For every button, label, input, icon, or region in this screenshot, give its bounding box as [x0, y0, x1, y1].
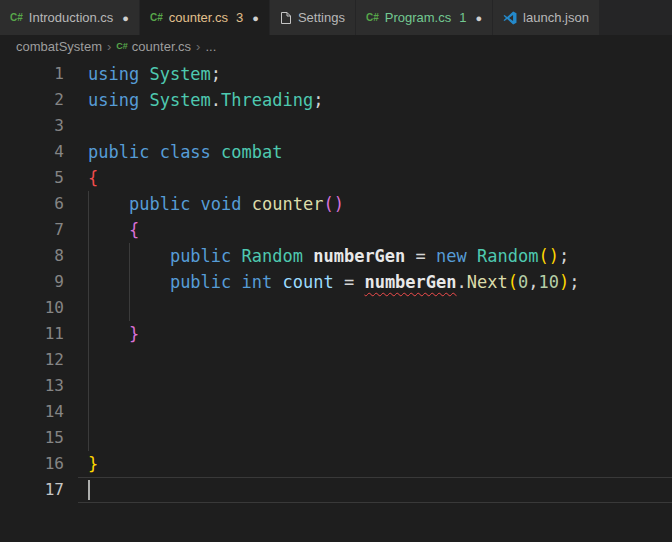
breadcrumb-item[interactable]: C#counter.cs [116, 39, 191, 54]
code-line[interactable]: 15 [0, 425, 672, 451]
chevron-right-icon: › [105, 39, 113, 54]
code-line-text[interactable]: public int count = numberGen.Next(0,10); [78, 269, 672, 295]
problems-badge: 3 [236, 10, 243, 25]
code-line-text[interactable]: } [78, 451, 672, 477]
code-line[interactable]: 8 public Random numberGen = new Random()… [0, 243, 672, 269]
tab-program.cs[interactable]: C#Program.cs1● [356, 0, 493, 35]
code-line-text[interactable]: public class combat [78, 139, 672, 165]
modified-dot-icon[interactable]: ● [122, 12, 129, 24]
tab-launch.json[interactable]: launch.json [493, 0, 600, 35]
code-line-text[interactable]: using System; [78, 61, 672, 87]
line-number[interactable]: 15 [0, 425, 64, 451]
token: using [88, 90, 149, 110]
code-line-text[interactable] [78, 295, 672, 321]
tab-counter.cs[interactable]: C#counter.cs3● [140, 0, 270, 35]
code-line-text[interactable]: using System.Threading; [78, 87, 672, 113]
code-line-text[interactable]: { [78, 217, 672, 243]
code-line[interactable]: 9 public int count = numberGen.Next(0,10… [0, 269, 672, 295]
token: public [170, 246, 242, 266]
csharp-file-icon: C# [116, 41, 128, 51]
code-line-text[interactable] [78, 373, 672, 399]
line-number[interactable]: 16 [0, 451, 64, 477]
code-line-text[interactable]: public void counter() [78, 191, 672, 217]
code-line-text[interactable]: } [78, 321, 672, 347]
breadcrumb-label: counter.cs [132, 39, 191, 54]
code-editor[interactable]: 1using System;2using System.Threading;34… [0, 57, 672, 542]
token: ; [211, 64, 221, 84]
line-number[interactable]: 2 [0, 87, 64, 113]
token: int [242, 272, 283, 292]
code-lines: 1using System;2using System.Threading;34… [0, 57, 672, 503]
line-number[interactable]: 6 [0, 191, 64, 217]
code-line[interactable]: 7 { [0, 217, 672, 243]
token: ( [508, 272, 518, 292]
breadcrumb-label: combatSystem [16, 39, 102, 54]
token: ; [569, 272, 579, 292]
breadcrumb-item[interactable]: combatSystem [16, 39, 102, 54]
line-number[interactable]: 1 [0, 61, 64, 87]
code-line-text[interactable] [78, 425, 672, 451]
code-line-text[interactable] [78, 113, 672, 139]
code-line[interactable]: 1using System; [0, 61, 672, 87]
code-line[interactable]: 11 } [0, 321, 672, 347]
token: ; [313, 90, 323, 110]
code-line-text[interactable] [78, 477, 672, 503]
code-line[interactable]: 10 [0, 295, 672, 321]
tab-introduction.cs[interactable]: C#Introduction.cs● [0, 0, 140, 35]
code-line[interactable]: 13 [0, 373, 672, 399]
code-line[interactable]: 2using System.Threading; [0, 87, 672, 113]
chevron-right-icon: › [194, 39, 202, 54]
line-number[interactable]: 14 [0, 399, 64, 425]
token [88, 246, 170, 266]
vscode-window: C#Introduction.cs●C#counter.cs3●Settings… [0, 0, 672, 542]
token: ( [323, 194, 333, 214]
line-number[interactable]: 5 [0, 165, 64, 191]
line-number[interactable]: 4 [0, 139, 64, 165]
token: ) [549, 246, 559, 266]
modified-dot-icon[interactable]: ● [252, 12, 259, 24]
token: ) [334, 194, 344, 214]
line-number[interactable]: 10 [0, 295, 64, 321]
code-line[interactable]: 17 [0, 477, 672, 503]
token: Threading [221, 90, 313, 110]
line-number[interactable]: 3 [0, 113, 64, 139]
token: public [170, 272, 242, 292]
code-line[interactable]: 14 [0, 399, 672, 425]
token: = [334, 272, 365, 292]
code-line[interactable]: 4public class combat [0, 139, 672, 165]
token: void [201, 194, 252, 214]
line-number[interactable]: 7 [0, 217, 64, 243]
tab-label: counter.cs [169, 10, 228, 25]
tab-settings[interactable]: Settings [270, 0, 356, 35]
problems-badge: 1 [459, 10, 466, 25]
token: System [149, 90, 210, 110]
token: ; [559, 246, 569, 266]
breadcrumb-label: ... [205, 39, 216, 54]
code-line-text[interactable] [78, 399, 672, 425]
code-line[interactable]: 5{ [0, 165, 672, 191]
token: using [88, 64, 149, 84]
line-number[interactable]: 17 [0, 477, 64, 503]
csharp-file-icon: C# [10, 12, 23, 23]
token: . [457, 272, 467, 292]
token: } [129, 324, 139, 344]
code-line-text[interactable]: public Random numberGen = new Random(); [78, 243, 672, 269]
modified-dot-icon[interactable]: ● [475, 12, 482, 24]
code-line[interactable]: 12 [0, 347, 672, 373]
code-line[interactable]: 3 [0, 113, 672, 139]
line-number[interactable]: 12 [0, 347, 64, 373]
code-line[interactable]: 6 public void counter() [0, 191, 672, 217]
line-number[interactable]: 9 [0, 269, 64, 295]
line-number[interactable]: 11 [0, 321, 64, 347]
line-number[interactable]: 13 [0, 373, 64, 399]
code-line-text[interactable] [78, 347, 672, 373]
token: new [436, 246, 477, 266]
tab-label: Introduction.cs [29, 10, 114, 25]
tab-label: launch.json [523, 10, 589, 25]
line-number[interactable]: 8 [0, 243, 64, 269]
token: combat [221, 142, 282, 162]
code-line[interactable]: 16} [0, 451, 672, 477]
editor-tab-bar: C#Introduction.cs●C#counter.cs3●Settings… [0, 0, 672, 35]
code-line-text[interactable]: { [78, 165, 672, 191]
breadcrumb-item[interactable]: ... [205, 39, 216, 54]
